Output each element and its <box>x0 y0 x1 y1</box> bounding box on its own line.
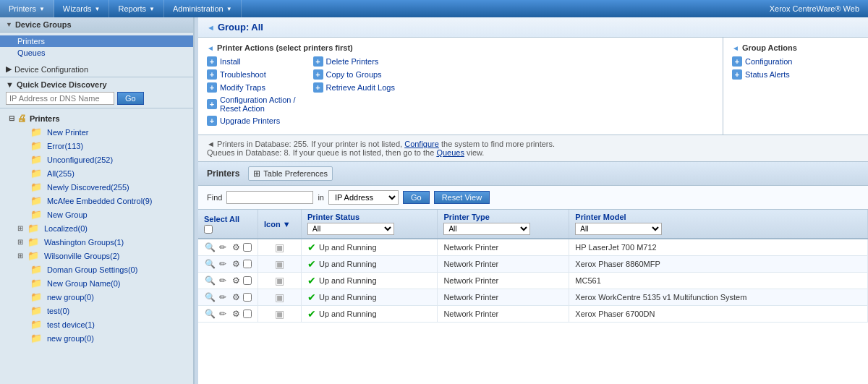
expand-icon-7: ⊞ <box>17 224 23 232</box>
tree-item-3[interactable]: 📁All(255) <box>0 166 193 180</box>
edit-icon-3[interactable]: ✏ <box>217 291 229 303</box>
tree-item-label-9: Wilsonville Groups(2) <box>44 252 120 260</box>
settings-icon-1[interactable]: ⚙ <box>230 258 242 270</box>
table-prefs-button[interactable]: ⊞ Table Preferences <box>248 166 333 181</box>
search-icon-4[interactable]: 🔍 <box>204 308 216 320</box>
search-icon-2[interactable]: 🔍 <box>204 275 216 286</box>
find-input[interactable] <box>226 191 313 204</box>
tree-item-14[interactable]: 📁test device(1) <box>0 317 193 331</box>
tree-item-7[interactable]: ⊞📁Localized(0) <box>0 221 193 235</box>
tree-root-icon: 🖨 <box>17 113 27 124</box>
col-printer-type[interactable]: Printer Type All Network Printer Local P… <box>438 210 569 239</box>
select-all-checkbox[interactable] <box>204 225 213 234</box>
row-actions-cell-3: 🔍 ✏ ⚙ <box>198 289 258 306</box>
tree-item-13[interactable]: 📁test(0) <box>0 304 193 317</box>
quick-discovery-header[interactable]: ▼ Quick Device Discovery <box>6 80 187 89</box>
select-all-label: Select All <box>204 215 252 223</box>
group-actions-arrow: ◄ <box>732 44 739 52</box>
row-checkbox-2[interactable] <box>243 276 252 285</box>
search-icon-0[interactable]: 🔍 <box>204 242 216 253</box>
info-queues-link[interactable]: Queues <box>436 148 464 157</box>
group-actions-header: ◄ Group Actions <box>732 43 859 52</box>
ip-dns-input[interactable] <box>6 92 114 105</box>
nav-printers[interactable]: Printers ▼ <box>0 0 54 17</box>
group-actions-section: ◄ Group Actions + Configuration + Status… <box>723 38 868 135</box>
settings-icon-4[interactable]: ⚙ <box>230 308 242 320</box>
model-filter-select[interactable]: All <box>575 223 662 235</box>
printer-actions-arrow: ◄ <box>207 44 214 52</box>
edit-icon-0[interactable]: ✏ <box>217 242 229 253</box>
tree-item-15[interactable]: 📁new group(0) <box>0 331 193 345</box>
settings-icon-3[interactable]: ⚙ <box>230 291 242 303</box>
row-icon-cell-4: ▣ <box>258 306 302 323</box>
col-icon[interactable]: Icon ▼ <box>258 210 302 239</box>
action-configuration[interactable]: + Configuration <box>732 56 859 67</box>
tree-item-10[interactable]: 📁Doman Group Settings(0) <box>0 263 193 276</box>
nav-reports[interactable]: Reports ▼ <box>109 0 163 17</box>
row-icon-cell-1: ▣ <box>258 256 302 273</box>
group-title: Group: All <box>218 22 263 33</box>
tree-item-4[interactable]: 📁Newly Discovered(255) <box>0 180 193 194</box>
tree-item-12[interactable]: 📁new group(0) <box>0 290 193 304</box>
search-icon-3[interactable]: 🔍 <box>204 291 216 303</box>
status-filter-select[interactable]: All Up and Running Error Warning <box>307 223 394 235</box>
device-config-header[interactable]: ▶ Device Configuration <box>0 61 193 77</box>
row-checkbox-4[interactable] <box>243 310 252 318</box>
device-groups-header[interactable]: ▼ Device Groups <box>0 17 193 33</box>
action-modify-traps[interactable]: + Modify Traps <box>207 82 296 93</box>
col-model-label: Printer Model <box>575 213 861 221</box>
action-delete[interactable]: + Delete Printers <box>313 56 395 67</box>
tree-item-11[interactable]: 📁New Group Name(0) <box>0 276 193 290</box>
tree-item-2[interactable]: 📁Unconfigured(252) <box>0 153 193 166</box>
tree-item-6[interactable]: 📁New Group <box>0 208 193 221</box>
col-printer-status[interactable]: Printer Status All Up and Running Error … <box>302 210 438 239</box>
row-checkbox-0[interactable] <box>243 243 252 252</box>
col-icon-label: Icon ▼ <box>264 220 291 229</box>
tree-item-1[interactable]: 📁Error(113) <box>0 139 193 153</box>
tree-item-0[interactable]: 📁New Printer <box>0 125 193 139</box>
sidebar-item-printers[interactable]: Printers <box>0 35 193 47</box>
find-field-select[interactable]: IP Address Printer Status Printer Type P… <box>328 190 399 205</box>
action-config-reset[interactable]: + Configuration Action /Reset Action <box>207 95 296 113</box>
sidebar-item-queues[interactable]: Queues <box>0 47 193 59</box>
tree-item-5[interactable]: 📁McAfee Embedded Control(9) <box>0 194 193 208</box>
nav-wizards[interactable]: Wizards ▼ <box>54 0 110 17</box>
action-troubleshoot[interactable]: + Troubleshoot <box>207 69 296 80</box>
settings-icon-2[interactable]: ⚙ <box>230 275 242 286</box>
main-layout: ▼ Device Groups Printers Queues ▶ Device… <box>0 17 868 384</box>
edit-icon-2[interactable]: ✏ <box>217 275 229 286</box>
action-upgrade[interactable]: + Upgrade Printers <box>207 116 296 126</box>
tree-item-label-13: test(0) <box>47 307 69 315</box>
search-icon-1[interactable]: 🔍 <box>204 258 216 270</box>
nav-administration-arrow: ▼ <box>226 6 232 12</box>
tree-item-9[interactable]: ⊞📁Wilsonville Groups(2) <box>0 249 193 263</box>
edit-icon-4[interactable]: ✏ <box>217 308 229 320</box>
action-install[interactable]: + Install <box>207 56 296 67</box>
col-printer-model[interactable]: Printer Model All <box>569 210 868 239</box>
action-status-alerts[interactable]: + Status Alerts <box>732 69 859 80</box>
action-delete-icon: + <box>313 56 323 67</box>
expand-icon-9: ⊞ <box>17 252 23 260</box>
action-copy-groups[interactable]: + Copy to Groups <box>313 69 395 80</box>
action-configuration-icon: + <box>732 56 742 67</box>
settings-icon-0[interactable]: ⚙ <box>230 242 242 253</box>
tree-item-label-6: New Group <box>47 210 88 219</box>
row-checkbox-1[interactable] <box>243 260 252 268</box>
nav-administration[interactable]: Administration ▼ <box>164 0 242 17</box>
info-configure-link[interactable]: Configure <box>404 140 439 148</box>
col-select-all[interactable]: Select All <box>198 210 258 239</box>
find-go-button[interactable]: Go <box>403 191 430 204</box>
col-model-filter: Printer Model All <box>575 213 861 235</box>
row-checkbox-3[interactable] <box>243 293 252 302</box>
type-filter-select[interactable]: All Network Printer Local Printer <box>443 223 530 235</box>
tree-root-printers[interactable]: ⊟ 🖨 Printers <box>0 111 193 125</box>
reset-view-button[interactable]: Reset View <box>434 191 490 204</box>
row-type-cell-0: Network Printer <box>438 239 569 256</box>
main-content: ◄ Group: All ◄ Printer Actions (select p… <box>198 17 868 384</box>
action-status-alerts-label: Status Alerts <box>745 70 790 79</box>
tree-item-8[interactable]: ⊞📁Washington Groups(1) <box>0 235 193 249</box>
discovery-go-button[interactable]: Go <box>117 92 144 105</box>
edit-icon-1[interactable]: ✏ <box>217 258 229 270</box>
action-retrieve-audit[interactable]: + Retrieve Audit Logs <box>313 82 395 93</box>
action-configuration-label: Configuration <box>745 57 792 66</box>
